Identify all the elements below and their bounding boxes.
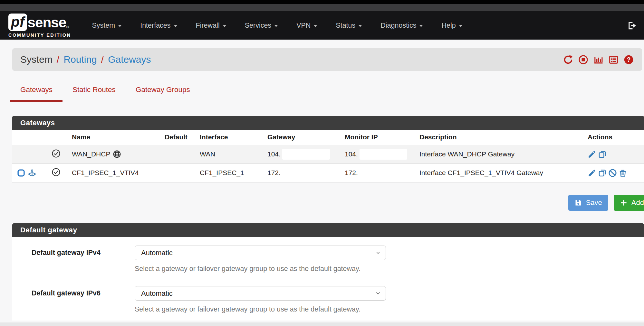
tab-static-routes[interactable]: Static Routes — [62, 86, 126, 102]
monitor-ip: 172. — [345, 169, 358, 177]
column-header-interface: Interface — [195, 130, 263, 145]
tab-gateway-groups[interactable]: Gateway Groups — [126, 86, 200, 102]
monitor-ip: 104. — [345, 150, 358, 158]
default-gateway-form: Default gateway IPv4AutomaticSelect a ga… — [12, 237, 644, 321]
description-cell: Interface CF1_IPSEC_1_VTIV4 Gateway — [416, 163, 583, 182]
gateways-panel-title: Gateways — [12, 116, 644, 130]
default-gateway-panel: Default gateway Default gateway IPv4Auto… — [12, 223, 644, 321]
nav-item-vpn[interactable]: VPN — [287, 11, 326, 40]
nav-item-label: Diagnostics — [380, 22, 416, 30]
refresh-icon[interactable] — [563, 55, 573, 65]
default-gateway-ipv6-select[interactable]: Automatic — [135, 286, 386, 301]
chart-icon[interactable] — [593, 55, 603, 65]
breadcrumb-item-system: System — [20, 54, 53, 65]
gateway-name-cell: CF1_IPSEC_1_VTIV4 — [65, 169, 157, 177]
save-button[interactable]: Save — [568, 195, 608, 211]
default-cell — [157, 163, 195, 182]
nav-item-system[interactable]: System — [82, 11, 131, 40]
tab-bar: GatewaysStatic RoutesGateway Groups — [10, 86, 644, 102]
interface-cell: WAN — [195, 145, 263, 163]
edit-action-icon[interactable] — [588, 150, 596, 159]
nav-item-help[interactable]: Help — [432, 11, 471, 40]
svg-text:?: ? — [627, 56, 631, 63]
redacted-ip — [360, 167, 407, 178]
gateway-name: WAN_DHCP — [72, 150, 110, 158]
row-select-checkbox-icon[interactable] — [17, 169, 25, 177]
window-bottom-edge — [0, 322, 644, 326]
nav-item-interfaces[interactable]: Interfaces — [131, 11, 186, 40]
field-help-text: Select a gateway or failover gateway gro… — [135, 265, 386, 273]
column-header-description: Description — [416, 130, 583, 145]
add-button[interactable]: Add — [614, 195, 644, 211]
gateway-ip: 104. — [267, 150, 281, 158]
plus-icon — [620, 199, 628, 207]
nav-item-status[interactable]: Status — [326, 11, 371, 40]
community-edition-label: COMMUNITY EDITION — [8, 33, 71, 38]
nav-item-label: Services — [245, 22, 271, 30]
tab-label: Static Routes — [72, 86, 116, 94]
caret-down-icon — [174, 25, 177, 27]
edit-action-icon[interactable] — [588, 169, 596, 177]
globe-icon — [113, 150, 121, 158]
save-button-label: Save — [586, 199, 602, 207]
table-row-cf1-ipsec-1-vtiv4: CF1_IPSEC_1_VTIV4CF1_IPSEC_1172.172.Inte… — [12, 163, 644, 182]
caret-down-icon — [459, 25, 462, 27]
pfsense-logo-wordmark: pf sense ® — [8, 14, 71, 31]
field-control: AutomaticSelect a gateway or failover ga… — [135, 246, 386, 273]
nav-item-label: Firewall — [196, 22, 220, 30]
nav-item-firewall[interactable]: Firewall — [187, 11, 235, 40]
column-header-name: Name — [65, 130, 157, 145]
delete-action-icon[interactable] — [619, 169, 627, 177]
field-label: Default gateway IPv4 — [32, 246, 135, 257]
anchor-icon[interactable] — [28, 169, 36, 177]
gateway-status-online-icon — [52, 149, 61, 158]
log-icon[interactable] — [609, 55, 619, 65]
tab-gateways[interactable]: Gateways — [10, 86, 62, 102]
copy-action-icon[interactable] — [598, 150, 607, 159]
row-select-cell — [12, 169, 47, 177]
nav-item-label: Interfaces — [140, 22, 170, 30]
table-header-row: NameDefaultInterfaceGatewayMonitor IPDes… — [12, 130, 644, 145]
gateway-ip-cell: 172. — [263, 167, 340, 178]
default-gateway-ipv4-select[interactable]: Automatic — [135, 246, 386, 260]
form-row-default-gateway-ipv4: Default gateway IPv4AutomaticSelect a ga… — [32, 246, 634, 280]
copy-action-icon[interactable] — [598, 169, 607, 177]
column-header-empty — [47, 130, 65, 145]
nav-item-diagnostics[interactable]: Diagnostics — [371, 11, 432, 40]
sign-out-icon[interactable] — [627, 21, 637, 31]
column-header-default: Default — [157, 130, 195, 145]
gateway-name: CF1_IPSEC_1_VTIV4 — [72, 169, 139, 177]
caret-down-icon — [223, 25, 226, 27]
column-header-monitor-ip: Monitor IP — [340, 130, 416, 145]
field-label: Default gateway IPv6 — [32, 286, 135, 297]
redacted-ip — [282, 167, 330, 178]
pfsense-logo-sense: sense — [28, 15, 66, 30]
gateways-table: NameDefaultInterfaceGatewayMonitor IPDes… — [12, 130, 644, 182]
row-actions — [583, 150, 644, 159]
breadcrumb-item-gateways[interactable]: Gateways — [108, 54, 151, 65]
stop-icon[interactable] — [578, 55, 588, 65]
description-cell: Interface WAN_DHCP Gateway — [416, 145, 583, 163]
pfsense-logo[interactable]: pf sense ® COMMUNITY EDITION — [8, 14, 71, 38]
caret-down-icon — [118, 25, 121, 27]
help-icon[interactable]: ? — [624, 55, 634, 65]
breadcrumb: System/Routing/Gateways — [20, 54, 151, 65]
field-help-text: Select a gateway or failover gateway gro… — [135, 305, 386, 313]
breadcrumb-item-routing[interactable]: Routing — [63, 54, 97, 65]
tab-label: Gateways — [20, 86, 53, 94]
gateway-name-cell: WAN_DHCP — [65, 150, 157, 158]
select-wrap: Automatic — [135, 246, 386, 260]
nav-menu: SystemInterfacesFirewallServicesVPNStatu… — [82, 11, 471, 40]
gateways-panel: Gateways NameDefaultInterfaceGatewayMoni… — [12, 116, 644, 182]
floppy-disk-icon — [574, 199, 582, 207]
row-actions — [583, 169, 644, 177]
gateway-status-online-icon — [52, 168, 61, 177]
nav-item-services[interactable]: Services — [235, 11, 287, 40]
caret-down-icon — [274, 25, 278, 27]
disable-action-icon[interactable] — [608, 169, 617, 177]
redacted-ip — [360, 149, 407, 160]
nav-item-label: Status — [336, 22, 355, 30]
breadcrumb-actions: ? — [563, 55, 634, 65]
column-header-actions: Actions — [583, 130, 644, 145]
caret-down-icon — [359, 25, 362, 27]
